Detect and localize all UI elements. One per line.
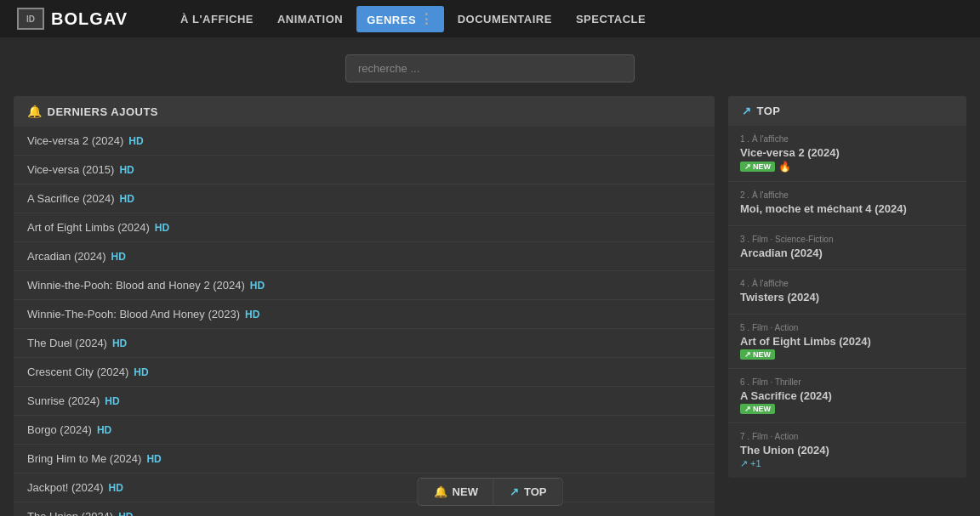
top-item-category: 3 . Film · Science-Fiction <box>740 235 954 244</box>
main-nav: À L'AFFICHEANIMATIONGENRES ⋮DOCUMENTAIRE… <box>170 6 656 32</box>
top-header: ↗ TOP <box>728 96 966 126</box>
floating-top-button[interactable]: ↗ TOP <box>494 479 562 505</box>
top-item[interactable]: 7 . Film · Action The Union (2024) ↗ +1 <box>728 423 966 478</box>
list-item[interactable]: Art of Eight Limbs (2024) HD <box>14 213 715 242</box>
top-item[interactable]: 5 . Film · Action Art of Eight Limbs (20… <box>728 315 966 369</box>
top-item-badges: ↗ NEW <box>740 404 954 414</box>
list-item[interactable]: Vice-versa (2015) HD <box>14 156 715 184</box>
top-item-title: A Sacrifice (2024) <box>740 389 954 402</box>
list-item[interactable]: A Sacrifice (2024) HD <box>14 184 715 213</box>
logo-area: ID BOLGAV <box>17 8 128 30</box>
hd-badge: HD <box>120 193 134 205</box>
top-item-num: 5 . <box>740 323 749 332</box>
floating-top-arrow-icon: ↗ <box>510 485 519 498</box>
floating-new-button[interactable]: 🔔 NEW <box>419 479 494 505</box>
movie-title: Sunrise (2024) <box>27 394 100 407</box>
top-item-badges: ↗ NEW🔥 <box>740 161 954 173</box>
list-item[interactable]: The Union (2024) HD <box>14 502 715 516</box>
nav-item-affiche[interactable]: À L'AFFICHE <box>170 8 264 31</box>
floating-bell-icon: 🔔 <box>434 485 447 498</box>
floating-bar: 🔔 NEW ↗ TOP <box>418 478 563 506</box>
hd-badge: HD <box>128 135 143 147</box>
list-item[interactable]: Jackpot! (2024) HD <box>14 473 715 502</box>
top-item-badges: ↗ NEW <box>740 349 954 360</box>
list-item[interactable]: Arcadian (2024) HD <box>14 242 715 271</box>
top-item-category: 5 . Film · Action <box>740 323 954 332</box>
list-item[interactable]: Crescent City (2024) HD <box>14 358 715 387</box>
movie-title: Arcadian (2024) <box>27 250 106 263</box>
top-item[interactable]: 3 . Film · Science-Fiction Arcadian (202… <box>728 226 966 270</box>
movie-title: The Duel (2024) <box>27 337 107 349</box>
top-item-badges: ↗ +1 <box>740 458 954 469</box>
hd-badge: HD <box>105 395 119 407</box>
nav-item-documentaire[interactable]: DOCUMENTAIRE <box>447 8 562 31</box>
bell-icon: 🔔 <box>27 105 43 118</box>
list-item[interactable]: Winnie-The-Pooh: Blood And Honey (2023) … <box>14 300 715 329</box>
top-item-category: 1 . À l'affiche <box>740 134 954 144</box>
movie-list: Vice-versa 2 (2024) HD Vice-versa (2015)… <box>14 127 715 516</box>
top-item-num: 2 . <box>740 190 749 200</box>
floating-top-label: TOP <box>524 485 547 498</box>
search-container <box>0 37 980 96</box>
rank-change: ↗ +1 <box>740 458 761 469</box>
movie-title: Vice-versa 2 (2024) <box>27 134 123 147</box>
top-item-title: Art of Eight Limbs (2024) <box>740 335 954 348</box>
search-input[interactable] <box>345 54 635 82</box>
list-item[interactable]: Bring Him to Me (2024) HD <box>14 445 715 473</box>
movie-title: Winnie-The-Pooh: Blood And Honey (2023) <box>27 308 240 320</box>
top-item[interactable]: 1 . À l'affiche Vice-versa 2 (2024) ↗ NE… <box>728 126 966 182</box>
derniers-ajouts-label: DERNIERS AJOUTS <box>48 105 159 118</box>
logo-icon: ID <box>17 8 44 30</box>
top-item-category: 4 . À l'affiche <box>740 279 954 288</box>
top-item-num: 7 . <box>740 432 749 441</box>
hd-badge: HD <box>250 280 265 292</box>
fire-icon: 🔥 <box>778 161 791 173</box>
list-item[interactable]: Sunrise (2024) HD <box>14 387 715 416</box>
movie-title: The Union (2024) <box>27 510 113 516</box>
movie-title: Vice-versa (2015) <box>27 163 114 176</box>
main-content: 🔔 DERNIERS AJOUTS Vice-versa 2 (2024) HD… <box>0 96 980 516</box>
list-item[interactable]: Winnie-the-Pooh: Blood and Honey 2 (2024… <box>14 271 715 300</box>
list-item[interactable]: Vice-versa 2 (2024) HD <box>14 127 715 156</box>
hd-badge: HD <box>245 309 259 320</box>
hd-badge: HD <box>109 482 123 494</box>
top-item[interactable]: 2 . À l'affiche Moi, moche et méchant 4 … <box>728 182 966 226</box>
logo-text: BOLGAV <box>51 9 128 29</box>
hd-badge: HD <box>118 511 133 517</box>
list-item[interactable]: Borgo (2024) HD <box>14 416 715 445</box>
top-item-category: 7 . Film · Action <box>740 432 954 441</box>
top-item-title: Arcadian (2024) <box>740 247 954 259</box>
top-item-num: 1 . <box>740 134 749 144</box>
hd-badge: HD <box>134 366 148 378</box>
movie-title: Bring Him to Me (2024) <box>27 452 141 465</box>
nav-item-spectacle[interactable]: SPECTACLE <box>566 8 656 31</box>
top-item-title: Moi, moche et méchant 4 (2024) <box>740 202 954 215</box>
top-item-num: 3 . <box>740 235 749 244</box>
top-item[interactable]: 4 . À l'affiche Twisters (2024) <box>728 270 966 315</box>
top-item-title: Vice-versa 2 (2024) <box>740 146 954 159</box>
hd-badge: HD <box>155 222 169 234</box>
top-item-category: 2 . À l'affiche <box>740 190 954 200</box>
new-arrow-icon: ↗ <box>744 405 751 413</box>
top-item-num: 4 . <box>740 279 749 288</box>
movie-title: Art of Eight Limbs (2024) <box>27 221 150 234</box>
movie-title: Crescent City (2024) <box>27 366 128 378</box>
hd-badge: HD <box>119 164 134 176</box>
new-badge: ↗ NEW <box>740 349 775 360</box>
new-arrow-icon: ↗ <box>744 162 751 171</box>
top-arrow-icon: ↗ <box>742 105 752 117</box>
new-badge: ↗ NEW <box>740 162 775 172</box>
top-item-title: The Union (2024) <box>740 444 954 456</box>
nav-item-animation[interactable]: ANIMATION <box>267 8 353 31</box>
nav-item-genres[interactable]: GENRES ⋮ <box>356 6 444 32</box>
top-item-title: Twisters (2024) <box>740 291 954 303</box>
derniers-ajouts-header: 🔔 DERNIERS AJOUTS <box>14 96 715 127</box>
right-panel: ↗ TOP 1 . À l'affiche Vice-versa 2 (2024… <box>728 96 966 516</box>
top-item-category: 6 . Film · Thriller <box>740 377 954 387</box>
header: ID BOLGAV À L'AFFICHEANIMATIONGENRES ⋮DO… <box>0 0 980 37</box>
list-item[interactable]: The Duel (2024) HD <box>14 329 715 358</box>
hd-badge: HD <box>146 453 161 465</box>
top-item[interactable]: 6 . Film · Thriller A Sacrifice (2024) ↗… <box>728 369 966 423</box>
floating-new-label: NEW <box>453 485 478 498</box>
movie-title: Borgo (2024) <box>27 423 92 436</box>
